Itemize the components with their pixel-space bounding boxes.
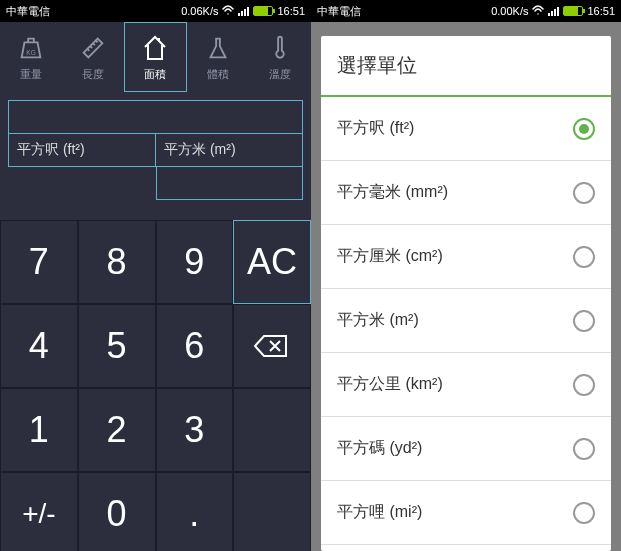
key-8[interactable]: 8 — [78, 220, 156, 304]
radio-icon — [573, 438, 595, 460]
radio-icon — [573, 182, 595, 204]
key-0[interactable]: 0 — [78, 472, 156, 551]
option-label: 平方公里 (km²) — [337, 374, 573, 395]
tab-label: 面積 — [144, 67, 166, 82]
key-7[interactable]: 7 — [0, 220, 78, 304]
tab-weight[interactable]: KG 重量 — [0, 22, 62, 92]
status-bar: 中華電信 0.00K/s 16:51 — [311, 0, 621, 22]
unit-to[interactable]: 平方米 (m²) — [155, 133, 303, 167]
network-speed: 0.00K/s — [491, 5, 528, 17]
radio-icon — [573, 118, 595, 140]
carrier-label: 中華電信 — [6, 4, 181, 19]
dialog-title: 選擇單位 — [321, 36, 611, 97]
clock: 16:51 — [277, 5, 305, 17]
option-label: 平方呎 (ft²) — [337, 118, 573, 139]
option-label: 平方厘米 (cm²) — [337, 246, 573, 267]
key-3[interactable]: 3 — [156, 388, 234, 472]
tab-label: 溫度 — [269, 67, 291, 82]
battery-icon — [253, 6, 273, 16]
key-9[interactable]: 9 — [156, 220, 234, 304]
option-label: 平方米 (m²) — [337, 310, 573, 331]
tab-volume[interactable]: 體積 — [187, 22, 249, 92]
key-empty-1 — [233, 388, 311, 472]
key-backspace[interactable] — [233, 304, 311, 388]
clock: 16:51 — [587, 5, 615, 17]
keypad: 7 8 9 AC 4 5 6 1 2 3 +/- 0 . — [0, 220, 311, 551]
battery-icon — [563, 6, 583, 16]
tab-temperature[interactable]: 溫度 — [249, 22, 311, 92]
tab-area[interactable]: 面積 — [124, 22, 188, 92]
signal-icon — [548, 7, 559, 16]
option-mm2[interactable]: 平方毫米 (mm²) — [321, 161, 611, 225]
radio-icon — [573, 310, 595, 332]
network-speed: 0.06K/s — [181, 5, 218, 17]
tab-length[interactable]: 長度 — [62, 22, 124, 92]
flask-icon — [203, 33, 233, 63]
tab-label: 體積 — [207, 67, 229, 82]
unit-picker-screen: 中華電信 0.00K/s 16:51 選擇單位 平方呎 (ft²) 平方毫米 (… — [311, 0, 621, 551]
option-label: 平方哩 (mi²) — [337, 502, 573, 523]
carrier-label: 中華電信 — [317, 4, 491, 19]
tab-label: 長度 — [82, 67, 104, 82]
option-label: 平方碼 (yd²) — [337, 438, 573, 459]
ruler-icon — [78, 33, 108, 63]
key-6[interactable]: 6 — [156, 304, 234, 388]
unit-from[interactable]: 平方呎 (ft²) — [8, 133, 156, 167]
key-2[interactable]: 2 — [78, 388, 156, 472]
category-tabs: KG 重量 長度 面積 體積 溫度 — [0, 22, 311, 92]
input-from-value[interactable] — [8, 100, 303, 134]
key-4[interactable]: 4 — [0, 304, 78, 388]
converter-screen: 中華電信 0.06K/s 16:51 KG 重量 長度 面積 體 — [0, 0, 311, 551]
key-empty-2 — [233, 472, 311, 551]
input-to-value — [156, 166, 304, 200]
radio-icon — [573, 502, 595, 524]
key-5[interactable]: 5 — [78, 304, 156, 388]
house-icon — [140, 33, 170, 63]
svg-text:KG: KG — [26, 48, 35, 55]
option-ft2[interactable]: 平方呎 (ft²) — [321, 97, 611, 161]
conversion-inputs: 平方呎 (ft²) 平方米 (m²) — [0, 92, 311, 208]
option-m2[interactable]: 平方米 (m²) — [321, 289, 611, 353]
key-decimal[interactable]: . — [156, 472, 234, 551]
key-sign[interactable]: +/- — [0, 472, 78, 551]
thermometer-icon — [265, 33, 295, 63]
unit-dialog: 選擇單位 平方呎 (ft²) 平方毫米 (mm²) 平方厘米 (cm²) 平方米… — [321, 36, 611, 551]
wifi-icon — [532, 4, 544, 18]
signal-icon — [238, 7, 249, 16]
backspace-icon — [252, 332, 292, 360]
weight-icon: KG — [16, 33, 46, 63]
option-cm2[interactable]: 平方厘米 (cm²) — [321, 225, 611, 289]
tab-label: 重量 — [20, 67, 42, 82]
option-mi2[interactable]: 平方哩 (mi²) — [321, 481, 611, 545]
key-clear[interactable]: AC — [233, 220, 311, 304]
unit-options: 平方呎 (ft²) 平方毫米 (mm²) 平方厘米 (cm²) 平方米 (m²)… — [321, 97, 611, 551]
option-yd2[interactable]: 平方碼 (yd²) — [321, 417, 611, 481]
radio-icon — [573, 374, 595, 396]
radio-icon — [573, 246, 595, 268]
wifi-icon — [222, 4, 234, 18]
key-1[interactable]: 1 — [0, 388, 78, 472]
status-bar: 中華電信 0.06K/s 16:51 — [0, 0, 311, 22]
option-km2[interactable]: 平方公里 (km²) — [321, 353, 611, 417]
option-label: 平方毫米 (mm²) — [337, 182, 573, 203]
